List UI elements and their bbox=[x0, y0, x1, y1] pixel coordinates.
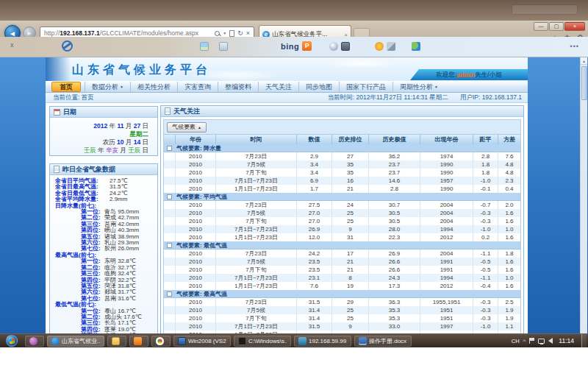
clock[interactable]: 11:14 bbox=[559, 337, 574, 344]
table-row[interactable]: 20107月下旬23.52126.61991-0.51.6 bbox=[164, 266, 520, 274]
spark-icon[interactable] bbox=[375, 42, 384, 51]
taskbar-button[interactable]: Win2008 (VS2... bbox=[173, 336, 231, 347]
taskbar-button[interactable] bbox=[151, 336, 171, 347]
share-icon[interactable] bbox=[412, 42, 420, 51]
hidden-icons-arrow[interactable]: ^ bbox=[523, 338, 526, 344]
nav-item[interactable]: 数据分析▼ bbox=[85, 82, 130, 92]
disc-icon[interactable] bbox=[329, 42, 338, 51]
scrollbar-thumb[interactable] bbox=[581, 66, 587, 100]
table-cell: 2004 bbox=[420, 209, 473, 217]
toolbar-overflow-icon[interactable]: ••• bbox=[570, 43, 579, 50]
group-header-row[interactable]: 气候要素: 平均气温 bbox=[164, 193, 520, 201]
nav-item[interactable]: 整编资料▼ bbox=[218, 82, 258, 92]
screenshot-margin bbox=[0, 347, 588, 368]
nav-item[interactable]: 周期性分析▼ bbox=[392, 82, 445, 92]
group-checkbox[interactable] bbox=[167, 194, 172, 199]
column-header[interactable]: 数值 bbox=[297, 135, 332, 144]
weather-line: 第五位: 诸城 38.9mm bbox=[50, 234, 157, 240]
calendar-text: 日 bbox=[140, 138, 148, 146]
column-header[interactable]: 出现年份 bbox=[420, 135, 473, 144]
language-indicator[interactable]: CH bbox=[512, 338, 520, 344]
nav-item[interactable]: 天气关注▼ bbox=[258, 82, 298, 92]
mail-icon[interactable] bbox=[219, 42, 228, 51]
column-header[interactable]: 历史极值 bbox=[369, 135, 420, 144]
table-cell: 31.5 bbox=[297, 322, 332, 330]
taskbar-button[interactable]: 操作手册.docx ... bbox=[354, 336, 412, 347]
stop-icon[interactable]: × bbox=[246, 30, 250, 37]
start-button[interactable] bbox=[6, 335, 18, 347]
volume-icon[interactable] bbox=[548, 338, 553, 344]
table-row[interactable]: 20107月23日24.21726.92004-1.11.8 bbox=[164, 250, 520, 258]
table-row[interactable]: 20101月1日~7月23日1.7212.81990-0.10.4 bbox=[164, 185, 520, 193]
table-cell: 1.6 bbox=[498, 266, 520, 274]
taskbar-button[interactable]: 山东省气候业... bbox=[47, 336, 104, 347]
table-row[interactable]: 20107月1日~7月23日26.9928.01994-1.01.0 bbox=[164, 225, 520, 233]
table-cell: 9 bbox=[332, 322, 369, 330]
table-cell: 21 bbox=[332, 258, 369, 266]
toolbar-close-button[interactable]: x bbox=[10, 41, 14, 49]
column-header[interactable]: 历史排位 bbox=[332, 135, 369, 144]
status-group: 当前时间: 2012年11月27日 11:14:31 星期二 用户IP: 192… bbox=[328, 93, 528, 102]
taskbar-button[interactable] bbox=[129, 336, 148, 347]
taskbar-button[interactable] bbox=[107, 336, 126, 347]
table-row[interactable]: 20107月23日31.52936.31955,1951-0.32.5 bbox=[164, 298, 520, 306]
toolbar-logo[interactable]: bing P bbox=[281, 41, 312, 51]
toolbar-blocked-icon[interactable] bbox=[62, 40, 73, 52]
camera-icon[interactable] bbox=[341, 42, 350, 51]
site-title: 山东省气候业务平台 bbox=[72, 63, 211, 78]
group-header-row[interactable]: 气候要素: 最高气温 bbox=[164, 290, 520, 298]
table-row[interactable]: 20107月5候23.52126.61991-0.51.6 bbox=[164, 258, 520, 266]
table-row[interactable]: 20107月下旬31.42535.31951-0.31.9 bbox=[164, 314, 520, 322]
column-header[interactable]: 年份 bbox=[176, 135, 216, 144]
taskbar-button[interactable] bbox=[25, 336, 44, 347]
row-checkbox-cell bbox=[164, 152, 176, 160]
search-icon[interactable] bbox=[215, 31, 220, 36]
page-scrollbar[interactable]: ▲ bbox=[580, 57, 587, 347]
nav-item[interactable]: 首页▼ bbox=[51, 82, 81, 92]
nav-item[interactable]: 相关性分析▼ bbox=[130, 82, 177, 92]
show-desktop-button[interactable] bbox=[581, 334, 587, 348]
tools-icon[interactable] bbox=[387, 42, 395, 51]
climate-element-button[interactable]: 气候要素 ▲ bbox=[167, 122, 207, 132]
table-row[interactable]: 20107月5候27.02530.52004-0.31.6 bbox=[164, 209, 520, 217]
group-checkbox[interactable] bbox=[167, 291, 172, 297]
table-row[interactable]: 20107月下旬3.43523.719901.84.8 bbox=[164, 169, 520, 177]
table-row[interactable]: 20107月5候3.43523.719901.84.8 bbox=[164, 160, 520, 169]
breadcrumb: 当前位置: 首页 bbox=[46, 93, 94, 102]
table-row[interactable]: 20107月下旬27.02530.52004-0.31.6 bbox=[164, 217, 520, 225]
photo-icon[interactable] bbox=[200, 42, 209, 51]
scroll-up-button[interactable]: ▲ bbox=[581, 57, 587, 65]
nav-item-label: 灾害查询 bbox=[184, 83, 211, 91]
nav-item[interactable]: 灾害查询▼ bbox=[177, 82, 218, 92]
bing-logo[interactable]: bing bbox=[281, 42, 299, 51]
calendar-line: 壬辰 年 辛亥 月 壬辰 日 bbox=[50, 146, 148, 155]
compatibility-view-icon[interactable] bbox=[229, 30, 234, 37]
column-header[interactable]: 时间 bbox=[216, 135, 297, 144]
group-header-row[interactable]: 气候要素: 降水量 bbox=[164, 144, 520, 152]
chevron-down-icon[interactable]: ▼ bbox=[223, 31, 226, 35]
table-row[interactable]: 20107月1日~7月23日31.5933.01997-1.01.1 bbox=[164, 322, 520, 330]
column-header[interactable]: 距平 bbox=[473, 135, 498, 144]
table-row[interactable]: 20107月23日27.52430.72004-0.72.0 bbox=[164, 201, 520, 209]
table-row[interactable]: 20107月1日~7月23日23.1824.31994-1.11.0 bbox=[164, 274, 520, 282]
table-cell: 7月下旬 bbox=[216, 266, 297, 274]
action-center-flag-icon[interactable] bbox=[529, 338, 534, 344]
group-checkbox[interactable] bbox=[167, 146, 172, 151]
table-row[interactable]: 20101月1日~7月23日12.03122.320120.21.6 bbox=[164, 233, 520, 241]
table-row[interactable]: 20107月1日~7月23日6.91614.61957-1.02.3 bbox=[164, 177, 520, 185]
toolbar-badge-icon[interactable]: P bbox=[302, 41, 312, 51]
network-icon[interactable] bbox=[538, 339, 545, 344]
group-header-row[interactable]: 气候要素: 最低气温 bbox=[164, 241, 520, 250]
refresh-icon[interactable]: ↻ bbox=[237, 30, 243, 37]
table-cell: 1.8 bbox=[498, 250, 520, 258]
table-row[interactable]: 20107月23日2.92736.219742.87.6 bbox=[164, 152, 520, 160]
table-row[interactable]: 20107月5候31.42535.31951-0.31.9 bbox=[164, 306, 520, 314]
column-header[interactable]: 方差 bbox=[498, 135, 520, 144]
url-host: 192.168.137.1 bbox=[60, 29, 99, 37]
taskbar-button[interactable]: 192.168.59.99... bbox=[294, 336, 351, 347]
table-row[interactable]: 20101月1日~7月23日7.61917.32012-0.41.6 bbox=[164, 282, 520, 290]
group-checkbox[interactable] bbox=[167, 243, 172, 248]
nav-item[interactable]: 国家下行产品▼ bbox=[339, 82, 392, 92]
taskbar-button[interactable]: C:\Windows\s... bbox=[234, 336, 291, 347]
nav-item[interactable]: 同步地图▼ bbox=[298, 82, 339, 92]
